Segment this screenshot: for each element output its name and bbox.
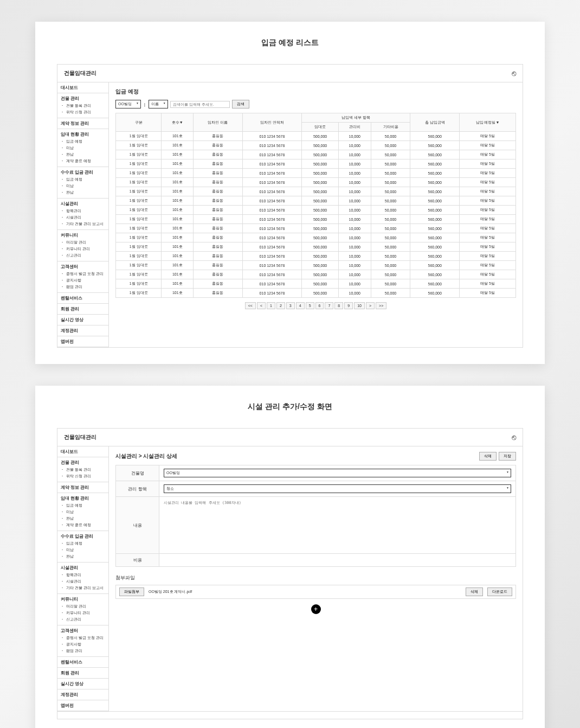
- sidebar-item[interactable]: 대시보드: [61, 449, 105, 455]
- delete-button[interactable]: 삭제: [479, 452, 497, 461]
- sidebar-sub-item[interactable]: 위탁 신청 관리: [66, 109, 105, 116]
- sidebar-sub-item[interactable]: 공지사항: [66, 641, 105, 648]
- sidebar-item[interactable]: 대시보드: [61, 85, 105, 91]
- table-row[interactable]: 1월 임대료101호홍길동010 1234 5678500,00010,0005…: [116, 289, 516, 298]
- table-row[interactable]: 1월 임대료101호홍길동010 1234 5678500,00010,0005…: [116, 196, 516, 206]
- page-button[interactable]: 10: [354, 302, 365, 309]
- table-row[interactable]: 1월 임대료101호홍길동010 1234 5678500,00010,0005…: [116, 252, 516, 261]
- table-row[interactable]: 1월 임대료101호홍길동010 1234 5678500,00010,0005…: [116, 150, 516, 159]
- sidebar-sub-item[interactable]: 입금 예정: [66, 502, 105, 509]
- sidebar-sub-item[interactable]: 미납: [66, 547, 105, 553]
- page-button[interactable]: 9: [344, 302, 353, 309]
- sidebar-sub-item[interactable]: 입금 예정: [66, 138, 105, 145]
- sidebar-sub-item[interactable]: 미납: [66, 183, 105, 189]
- sidebar-item[interactable]: 렌탈서비스: [61, 659, 105, 665]
- sidebar-sub-item[interactable]: 기타 건물 관리 보고서: [66, 585, 105, 591]
- add-attachment-icon[interactable]: +: [311, 604, 321, 614]
- sidebar-item[interactable]: 고객센터: [61, 264, 105, 270]
- page-button[interactable]: <: [257, 302, 266, 309]
- sidebar-item[interactable]: 건물 관리: [61, 459, 105, 465]
- logout-icon[interactable]: ⎋: [512, 69, 516, 78]
- sidebar-item[interactable]: 커뮤니티: [61, 596, 105, 602]
- save-button[interactable]: 저장: [499, 452, 516, 461]
- th-tenant-contact[interactable]: 임차인 연락처: [242, 113, 302, 132]
- sidebar-item[interactable]: 커뮤니티: [61, 232, 105, 238]
- sidebar-sub-item[interactable]: 팝업 관리: [66, 284, 105, 290]
- attach-delete-button[interactable]: 삭제: [466, 587, 483, 596]
- sidebar-sub-item[interactable]: 증명서 발급 요청 관리: [66, 635, 105, 641]
- table-row[interactable]: 1월 임대료101호홍길동010 1234 5678500,00010,0005…: [116, 261, 516, 270]
- sidebar-sub-item[interactable]: 항목관리: [66, 572, 105, 578]
- sidebar-item[interactable]: 회원 관리: [61, 670, 105, 676]
- sidebar-sub-item[interactable]: 공지사항: [66, 277, 105, 284]
- page-button[interactable]: 7: [325, 302, 333, 309]
- sidebar-sub-item[interactable]: 계약 종료 예정: [66, 522, 105, 528]
- sidebar-sub-item[interactable]: 신고관리: [66, 252, 105, 259]
- page-button[interactable]: 5: [306, 302, 314, 309]
- sidebar-sub-item[interactable]: 머리말 관리: [66, 603, 105, 610]
- table-row[interactable]: 1월 임대료101호홍길동010 1234 5678500,00010,0005…: [116, 270, 516, 279]
- sidebar-sub-item[interactable]: 머리말 관리: [66, 239, 105, 246]
- search-button[interactable]: 검색: [232, 100, 249, 108]
- sidebar-item[interactable]: 수수료 입금 관리: [61, 533, 105, 539]
- sidebar-item[interactable]: 계정관리: [61, 692, 105, 698]
- sidebar-item[interactable]: 회원 관리: [61, 306, 105, 312]
- attach-download-button[interactable]: 다운로드: [487, 587, 512, 596]
- table-row[interactable]: 1월 임대료101호홍길동010 1234 5678500,00010,0005…: [116, 279, 516, 289]
- sidebar-item[interactable]: 실시간 영상: [61, 681, 105, 687]
- table-row[interactable]: 1월 임대료101호홍길동010 1234 5678500,00010,0005…: [116, 215, 516, 224]
- page-button[interactable]: >>: [376, 302, 386, 309]
- sidebar-sub-item[interactable]: 시설관리: [66, 214, 105, 221]
- sidebar-item[interactable]: 계정관리: [61, 328, 105, 334]
- sidebar-item[interactable]: 임대 현황 관리: [61, 131, 105, 137]
- sidebar-item[interactable]: 계약 정보 관리: [61, 120, 105, 126]
- sidebar-sub-item[interactable]: 신고관리: [66, 616, 105, 623]
- sidebar-item[interactable]: 시설관리: [61, 565, 105, 571]
- sidebar-sub-item[interactable]: 항목관리: [66, 208, 105, 214]
- building-select-2[interactable]: OO빌딩: [164, 469, 511, 477]
- table-row[interactable]: 1월 임대료101호홍길동010 1234 5678500,00010,0005…: [116, 159, 516, 169]
- sidebar-sub-item[interactable]: 위탁 신청 관리: [66, 473, 105, 480]
- sidebar-sub-item[interactable]: 커뮤니티 관리: [66, 610, 105, 616]
- sidebar-item[interactable]: 임대 현황 관리: [61, 495, 105, 501]
- sidebar-sub-item[interactable]: 완납: [66, 515, 105, 522]
- table-row[interactable]: 1월 임대료101호홍길동010 1234 5678500,00010,0005…: [116, 187, 516, 196]
- th-tenant-name[interactable]: 임차인 이름: [194, 113, 242, 132]
- building-select[interactable]: OO빌딩: [115, 100, 141, 108]
- search-input[interactable]: [170, 101, 230, 108]
- file-attach-button[interactable]: 파일첨부: [119, 587, 144, 596]
- page-button[interactable]: <<: [245, 302, 256, 309]
- table-row[interactable]: 1월 임대료101호홍길동010 1234 5678500,00010,0005…: [116, 169, 516, 178]
- sidebar-sub-item[interactable]: 팝업 관리: [66, 648, 105, 654]
- sidebar-item[interactable]: 고객센터: [61, 628, 105, 634]
- sidebar-item[interactable]: 렌탈서비스: [61, 295, 105, 301]
- th-due-date[interactable]: 납입 예정일▼: [459, 113, 515, 132]
- sidebar-sub-item[interactable]: 커뮤니티 관리: [66, 246, 105, 252]
- sidebar-item[interactable]: 시설관리: [61, 201, 105, 207]
- sidebar-sub-item[interactable]: 입금 예정: [66, 176, 105, 183]
- sidebar-sub-item[interactable]: 계약 종료 예정: [66, 158, 105, 164]
- table-row[interactable]: 1월 임대료101호홍길동010 1234 5678500,00010,0005…: [116, 224, 516, 233]
- sidebar-sub-item[interactable]: 건물 등록 관리: [66, 467, 105, 473]
- page-button[interactable]: 8: [334, 302, 343, 309]
- sidebar-item[interactable]: 실시간 영상: [61, 317, 105, 323]
- page-button[interactable]: >: [366, 302, 375, 309]
- table-row[interactable]: 1월 임대료101호홍길동010 1234 5678500,00010,0005…: [116, 206, 516, 215]
- content-textarea[interactable]: [164, 500, 511, 549]
- table-row[interactable]: 1월 임대료101호홍길동010 1234 5678500,00010,0005…: [116, 141, 516, 150]
- page-button[interactable]: 1: [267, 302, 275, 309]
- sidebar-item[interactable]: 앱버전: [61, 703, 105, 708]
- th-division[interactable]: 구분: [116, 113, 162, 132]
- sidebar-sub-item[interactable]: 입금 예정: [66, 540, 105, 547]
- page-button[interactable]: 6: [315, 302, 324, 309]
- cost-cell[interactable]: [159, 554, 516, 567]
- sidebar-sub-item[interactable]: 건물 등록 관리: [66, 103, 105, 109]
- table-row[interactable]: 1월 임대료101호홍길동010 1234 5678500,00010,0005…: [116, 178, 516, 187]
- type-select[interactable]: 이름: [149, 100, 168, 108]
- item-select[interactable]: 청소: [164, 484, 511, 493]
- sidebar-sub-item[interactable]: 증명서 발급 요청 관리: [66, 271, 105, 277]
- sidebar-sub-item[interactable]: 미납: [66, 145, 105, 151]
- th-room[interactable]: 호수▼: [162, 113, 194, 132]
- table-row[interactable]: 1월 임대료101호홍길동010 1234 5678500,00010,0005…: [116, 233, 516, 242]
- sidebar-item[interactable]: 수수료 입금 관리: [61, 169, 105, 175]
